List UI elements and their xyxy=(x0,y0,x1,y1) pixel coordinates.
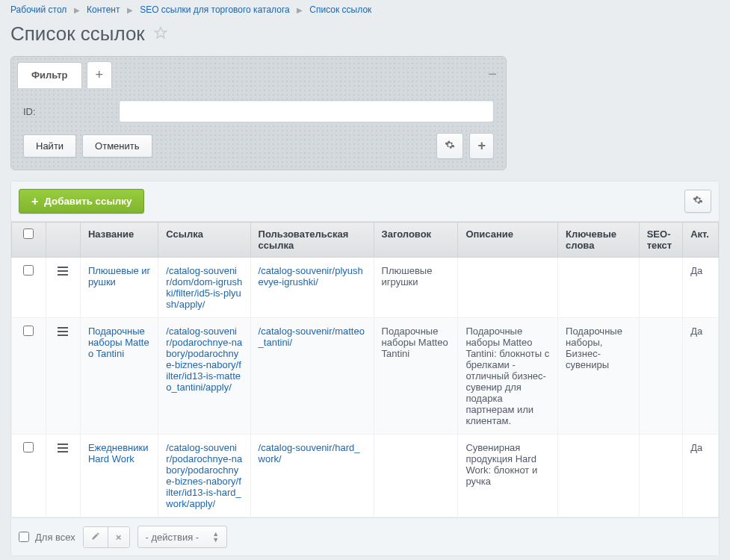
gear-icon xyxy=(445,141,455,152)
svg-rect-3 xyxy=(58,274,68,276)
for-all-label: Для всех xyxy=(35,532,75,543)
gear-icon xyxy=(693,196,703,208)
plus-icon: + xyxy=(31,196,38,207)
filter-tab[interactable]: Фильтр xyxy=(17,62,82,88)
burger-icon[interactable] xyxy=(58,442,68,455)
row-title: Подарочные наборы Matteo Tantini xyxy=(374,318,458,435)
header-title[interactable]: Заголовок xyxy=(374,223,458,258)
minus-icon[interactable]: − xyxy=(488,66,497,83)
svg-rect-5 xyxy=(58,331,68,332)
row-link[interactable]: /catalog-souvenir/dom/dom-igrushki/filte… xyxy=(166,265,242,310)
plus-icon: + xyxy=(96,67,104,82)
row-desc: Подарочные наборы Matteo Tantini: блокно… xyxy=(458,318,558,435)
burger-icon[interactable] xyxy=(58,326,68,338)
row-link[interactable]: /catalog-souvenir/podarochnye-nabory/pod… xyxy=(166,442,242,509)
row-user-link[interactable]: /catalog-souvenir/hard_work/ xyxy=(259,442,360,464)
chevron-right-icon: ▶ xyxy=(127,6,133,14)
plus-icon: + xyxy=(477,138,486,153)
header-desc[interactable]: Описание xyxy=(458,223,558,258)
row-keywords xyxy=(558,258,640,318)
row-active: Да xyxy=(683,318,719,435)
header-seo[interactable]: SEO-текст xyxy=(639,223,682,258)
filter-add-button[interactable]: + xyxy=(469,133,494,159)
row-seo xyxy=(639,435,682,517)
star-icon[interactable] xyxy=(154,26,167,42)
add-link-label: Добавить ссылку xyxy=(44,196,132,207)
header-keywords[interactable]: Ключевые слова xyxy=(558,223,640,258)
header-link[interactable]: Ссылка xyxy=(158,223,250,258)
edit-button[interactable] xyxy=(84,527,108,547)
breadcrumb-item[interactable]: SEO ссылки для торгового каталога xyxy=(140,4,290,15)
row-seo xyxy=(639,318,682,435)
table-row: Подарочные наборы Matteo Tantini /catalo… xyxy=(12,318,719,435)
row-checkbox[interactable] xyxy=(23,326,34,336)
svg-rect-2 xyxy=(58,270,68,272)
svg-rect-1 xyxy=(58,267,68,268)
actions-select[interactable]: - действия - ▲▼ xyxy=(137,526,228,548)
table-row: Плюшевые игрушки /catalog-souvenir/dom/d… xyxy=(12,258,719,318)
toolbar: + Добавить ссылку xyxy=(11,181,719,222)
add-link-button[interactable]: + Добавить ссылку xyxy=(19,189,144,214)
delete-button[interactable]: × xyxy=(108,527,129,547)
footer-select-all-checkbox[interactable] xyxy=(19,532,29,542)
breadcrumb-item[interactable]: Контент xyxy=(87,4,120,15)
row-name-link[interactable]: Подарочные наборы Matteo Tantini xyxy=(88,326,149,359)
row-seo xyxy=(639,258,682,318)
filter-id-label: ID: xyxy=(23,106,113,117)
row-link[interactable]: /catalog-souvenir/podarochnye-nabory/pod… xyxy=(166,326,242,393)
close-icon: × xyxy=(116,532,122,543)
links-table: Название Ссылка Пользовательская ссылка … xyxy=(11,222,719,517)
row-name-link[interactable]: Ежедневники Hard Work xyxy=(88,442,149,464)
header-user-link[interactable]: Пользовательская ссылка xyxy=(250,223,374,258)
row-title xyxy=(374,435,458,517)
filter-settings-button[interactable] xyxy=(436,133,463,159)
svg-rect-8 xyxy=(58,447,68,449)
row-keywords xyxy=(558,435,640,517)
breadcrumb-item[interactable]: Рабочий стол xyxy=(10,4,66,15)
row-user-link[interactable]: /catalog-souvenir/matteo_tantini/ xyxy=(259,326,365,348)
svg-rect-9 xyxy=(58,451,68,452)
filter-id-input[interactable] xyxy=(119,100,494,122)
find-button[interactable]: Найти xyxy=(23,134,76,158)
pencil-icon xyxy=(91,532,100,543)
filter-panel: Фильтр + − ID: Найти Отменить + xyxy=(10,56,507,170)
page-title-row: Список ссылок xyxy=(0,19,730,56)
row-user-link[interactable]: /catalog-souvenir/plyushevye-igrushki/ xyxy=(259,265,363,287)
row-desc xyxy=(458,258,558,318)
row-desc: Сувенирная продукция Hard Work: блокнот … xyxy=(458,435,558,517)
page-title: Список ссылок xyxy=(10,22,145,46)
header-name[interactable]: Название xyxy=(80,223,158,258)
svg-rect-4 xyxy=(58,327,68,329)
table-settings-button[interactable] xyxy=(684,190,711,213)
header-check xyxy=(12,223,46,258)
filter-tab-add[interactable]: + xyxy=(87,61,113,88)
footer-bar: Для всех × - действия - ▲▼ xyxy=(11,517,719,556)
header-active[interactable]: Акт. xyxy=(683,223,719,258)
edit-delete-group: × xyxy=(83,526,130,548)
row-checkbox[interactable] xyxy=(23,442,34,452)
breadcrumb-item[interactable]: Список ссылок xyxy=(309,4,371,15)
row-active: Да xyxy=(683,258,719,318)
row-title: Плюшевые игрушки xyxy=(374,258,458,318)
select-all-checkbox[interactable] xyxy=(23,228,34,239)
cancel-button[interactable]: Отменить xyxy=(82,134,152,158)
burger-icon[interactable] xyxy=(58,265,68,278)
row-active: Да xyxy=(683,435,719,517)
table-row: Ежедневники Hard Work /catalog-souvenir/… xyxy=(12,435,719,517)
content-wrap: + Добавить ссылку Название Ссылка Пользо… xyxy=(10,181,720,556)
updown-icon: ▲▼ xyxy=(212,531,219,543)
svg-marker-0 xyxy=(155,28,166,38)
svg-rect-7 xyxy=(58,444,68,445)
row-name-link[interactable]: Плюшевые игрушки xyxy=(88,265,150,287)
chevron-right-icon: ▶ xyxy=(297,6,303,14)
breadcrumb: Рабочий стол ▶ Контент ▶ SEO ссылки для … xyxy=(0,0,730,19)
svg-rect-6 xyxy=(58,335,68,336)
actions-select-label: - действия - xyxy=(146,532,199,543)
chevron-right-icon: ▶ xyxy=(74,6,80,14)
row-keywords: Подарочные наборы, Бизнес-сувениры xyxy=(558,318,640,435)
row-checkbox[interactable] xyxy=(23,265,34,276)
header-menu xyxy=(46,223,80,258)
